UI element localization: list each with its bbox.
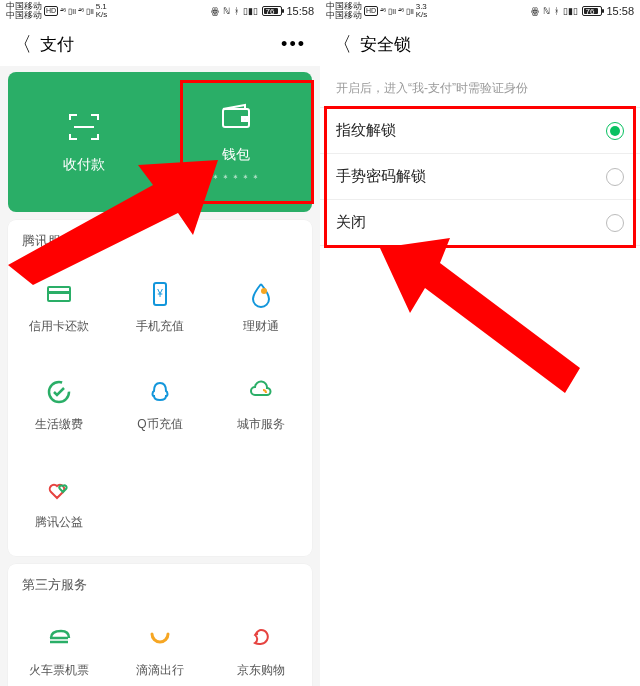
- clock-label: 15:58: [286, 5, 314, 17]
- third-party-card: 第三方服务 火车票机票 滴滴出行 京东购物: [8, 564, 312, 686]
- option-list: 指纹解锁 手势密码解锁 关闭: [320, 107, 640, 246]
- third-jd[interactable]: 京东购物: [211, 602, 312, 686]
- jd-icon: [247, 624, 275, 652]
- hero-wallet[interactable]: 钱包 ＊＊＊＊＊: [160, 72, 312, 212]
- service-city[interactable]: 城市服务: [211, 356, 312, 454]
- back-icon[interactable]: 〈: [332, 31, 352, 58]
- check-circle-icon: [45, 378, 73, 406]
- third-label: 京东购物: [237, 662, 285, 679]
- svg-rect-5: [48, 291, 70, 294]
- battery-icon: 76: [262, 6, 282, 16]
- phone-pay: 中国移动 中国移动 HD ⁴⁶ ▯ll ⁴⁶ ▯ll 5.1 K/s ꙮ ℕ ᚼ…: [0, 0, 320, 686]
- hint-text: 开启后，进入“我-支付”时需验证身份: [320, 66, 640, 107]
- service-label: 腾讯公益: [35, 514, 83, 531]
- service-bills[interactable]: 生活缴费: [8, 356, 109, 454]
- section-title: 腾讯服务: [8, 220, 312, 258]
- phone-lock: 中国移动 中国移动 HD ⁴⁶ ▯ll ⁴⁶ ▯ll 3.3 K/s ꙮ ℕ ᚼ…: [320, 0, 640, 686]
- service-qcoin[interactable]: Q币充值: [109, 356, 210, 454]
- phone-yen-icon: ¥: [146, 280, 174, 308]
- carrier-label: 中国移动: [6, 11, 42, 20]
- annotation-arrow: [330, 238, 580, 398]
- annotation-box: [180, 80, 314, 204]
- drop-icon: [247, 280, 275, 308]
- train-icon: [45, 624, 73, 652]
- more-icon[interactable]: •••: [281, 34, 306, 55]
- card-icon: [45, 280, 73, 308]
- net-speed: 5.1 K/s: [96, 3, 108, 19]
- page-title: 支付: [40, 33, 74, 56]
- scan-icon: [67, 110, 101, 148]
- service-credit-card[interactable]: 信用卡还款: [8, 258, 109, 356]
- nfc-icon: ℕ: [543, 6, 550, 16]
- nfc-icon: ℕ: [223, 6, 230, 16]
- battery-icon: 76: [582, 6, 602, 16]
- penguin-icon: [146, 378, 174, 406]
- third-label: 火车票机票: [29, 662, 89, 679]
- navbar: 〈 安全锁: [320, 22, 640, 66]
- svg-point-8: [261, 288, 267, 294]
- services-card: 腾讯服务 信用卡还款 ¥ 手机充值 理财通: [8, 220, 312, 556]
- service-label: 城市服务: [237, 416, 285, 433]
- status-bar: 中国移动 中国移动 HD ⁴⁶ ▯ll ⁴⁶ ▯ll 3.3 K/s ꙮ ℕ ᚼ…: [320, 0, 640, 22]
- clock-label: 15:58: [606, 5, 634, 17]
- svg-text:¥: ¥: [156, 288, 163, 299]
- back-icon[interactable]: 〈: [12, 31, 32, 58]
- service-charity[interactable]: 腾讯公益: [8, 454, 109, 552]
- status-bar: 中国移动 中国移动 HD ⁴⁶ ▯ll ⁴⁶ ▯ll 5.1 K/s ꙮ ℕ ᚼ…: [0, 0, 320, 22]
- didi-icon: [146, 624, 174, 652]
- carrier-label: 中国移动: [326, 11, 362, 20]
- signal-icon: ⁴⁶ ▯ll: [380, 7, 396, 16]
- signal-icon: ⁴⁶ ▯ll: [60, 7, 76, 16]
- hero-pay[interactable]: 收付款: [8, 72, 160, 212]
- third-label: 滴滴出行: [136, 662, 184, 679]
- cloud-leaf-icon: [247, 378, 275, 406]
- vibrate-icon: ▯▮▯: [563, 6, 578, 16]
- third-train[interactable]: 火车票机票: [8, 602, 109, 686]
- navbar: 〈 支付 •••: [0, 22, 320, 66]
- hd-badge: HD: [364, 6, 378, 16]
- third-didi[interactable]: 滴滴出行: [109, 602, 210, 686]
- svg-point-10: [256, 632, 258, 634]
- hero-card: 收付款 钱包 ＊＊＊＊＊: [8, 72, 312, 212]
- eye-icon: ꙮ: [531, 6, 539, 16]
- net-speed: 3.3 K/s: [416, 3, 428, 19]
- service-label: 理财通: [243, 318, 279, 335]
- service-label: 手机充值: [136, 318, 184, 335]
- signal-icon: ⁴⁶ ▯ll: [398, 7, 414, 16]
- section-title: 第三方服务: [8, 564, 312, 602]
- service-label: 生活缴费: [35, 416, 83, 433]
- signal-icon: ⁴⁶ ▯ll: [78, 7, 94, 16]
- hero-pay-label: 收付款: [63, 156, 105, 174]
- service-label: 信用卡还款: [29, 318, 89, 335]
- service-label: Q币充值: [137, 416, 182, 433]
- vibrate-icon: ▯▮▯: [243, 6, 258, 16]
- service-licaitong[interactable]: 理财通: [211, 258, 312, 356]
- bt-icon: ᚼ: [234, 6, 239, 16]
- annotation-box: [324, 106, 636, 248]
- svg-marker-12: [380, 238, 580, 393]
- eye-icon: ꙮ: [211, 6, 219, 16]
- bt-icon: ᚼ: [554, 6, 559, 16]
- service-topup[interactable]: ¥ 手机充值: [109, 258, 210, 356]
- page-title: 安全锁: [360, 33, 411, 56]
- hd-badge: HD: [44, 6, 58, 16]
- hearts-icon: [45, 476, 73, 504]
